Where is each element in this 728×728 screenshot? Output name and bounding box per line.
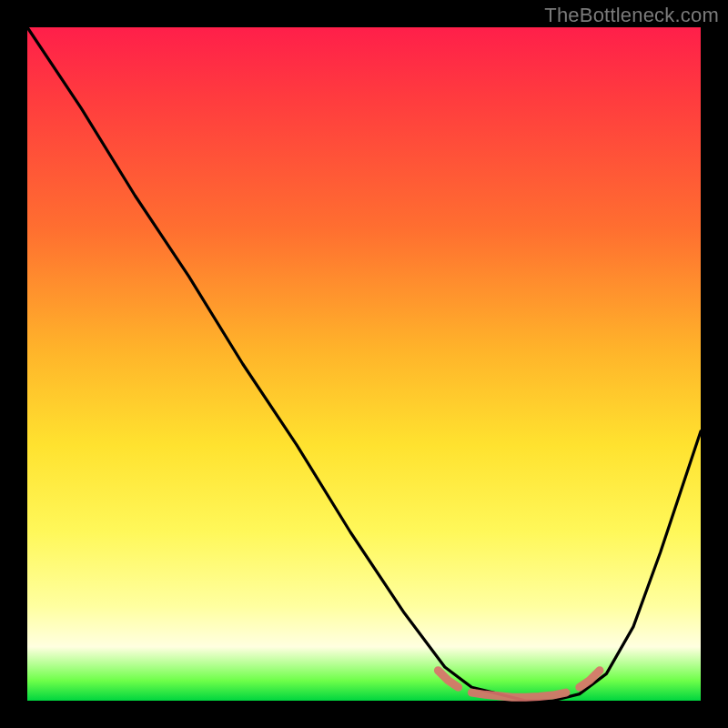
flat-marker-right	[580, 671, 600, 688]
flat-marker-left	[438, 671, 458, 688]
flat-marker-mid	[471, 693, 566, 697]
chart-frame: TheBottleneck.com	[0, 0, 728, 728]
attribution-label: TheBottleneck.com	[544, 4, 719, 27]
chart-svg	[27, 27, 701, 701]
plot-area	[27, 27, 701, 701]
curve-line	[27, 27, 701, 701]
